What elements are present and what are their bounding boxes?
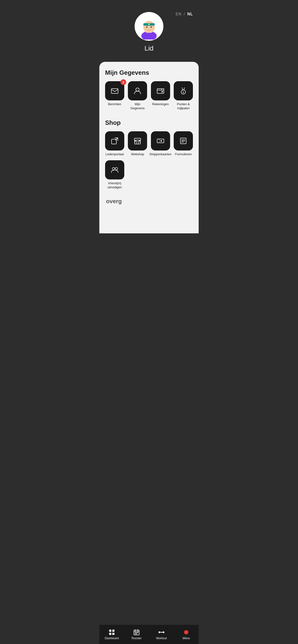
mijn-gegevens-label: Mijn Gegevens [128, 102, 147, 110]
avatar[interactable] [135, 12, 163, 41]
external-link-icon [110, 136, 119, 146]
formulieren-item[interactable]: Formulieren [174, 131, 193, 156]
berichten-badge: 2 [120, 79, 126, 85]
header: EN / NL Lid [99, 0, 199, 62]
svg-point-9 [136, 88, 139, 91]
punten-item[interactable]: 1 Punten & mijlpalen [174, 81, 193, 110]
person-icon [133, 86, 142, 95]
wallet-icon [156, 86, 165, 95]
strippenkaarten-icon-box [151, 131, 170, 150]
svg-rect-17 [136, 142, 138, 144]
medal-icon: 1 [179, 86, 188, 95]
rekeningen-item[interactable]: Rekeningen [151, 81, 170, 110]
formulieren-label: Formulieren [175, 152, 192, 156]
berichten-item[interactable]: 2 Berichten [105, 81, 124, 110]
lang-nl[interactable]: NL [187, 12, 193, 16]
ledenportaal-label: Ledenportaal [106, 152, 124, 156]
vriendin-label: Vriend(in) uitnodigen [105, 181, 124, 190]
mijn-gegevens-item[interactable]: Mijn Gegevens [128, 81, 147, 110]
punten-label: Punten & mijlpalen [174, 102, 193, 110]
main-content: Mijn Gegevens 2 Berichten Mijn Gegevens [99, 62, 199, 233]
shop-title: Shop [105, 119, 193, 126]
mijn-gegevens-grid: 2 Berichten Mijn Gegevens [105, 81, 193, 110]
rekeningen-icon-box [151, 81, 170, 100]
svg-rect-19 [139, 141, 140, 142]
language-switcher[interactable]: EN / NL [176, 12, 193, 16]
svg-point-2 [143, 21, 155, 33]
strippenkaarten-item[interactable]: Strippenkaarten [151, 131, 170, 156]
svg-rect-18 [135, 141, 136, 142]
lang-en[interactable]: EN [176, 12, 181, 16]
mail-icon [110, 86, 119, 95]
berichten-label: Berichten [108, 102, 121, 106]
svg-rect-20 [157, 139, 164, 143]
overflow-hint: overg [105, 198, 193, 204]
punten-icon-box: 1 [174, 81, 193, 100]
berichten-icon-box: 2 [105, 81, 124, 100]
store-icon [133, 136, 142, 146]
ticket-icon [156, 136, 165, 146]
lang-divider: / [184, 12, 185, 16]
invite-icon [110, 165, 119, 174]
ledenportaal-item[interactable]: Ledenportaal [105, 131, 124, 156]
svg-point-7 [151, 26, 152, 28]
rekeningen-label: Rekeningen [152, 102, 169, 106]
svg-point-28 [115, 168, 117, 170]
vriendin-item[interactable]: Vriend(in) uitnodigen [105, 160, 124, 190]
mijn-gegevens-title: Mijn Gegevens [105, 69, 193, 76]
list-icon [179, 136, 188, 146]
svg-rect-8 [111, 89, 118, 94]
vriendin-icon-box [105, 160, 124, 180]
formulieren-icon-box [174, 131, 193, 150]
webshop-icon-box [128, 131, 147, 150]
svg-point-6 [146, 26, 147, 28]
strippenkaarten-label: Strippenkaarten [150, 152, 172, 156]
webshop-item[interactable]: Webshop [128, 131, 147, 156]
svg-point-11 [162, 91, 163, 92]
svg-marker-22 [160, 140, 163, 142]
webshop-label: Webshop [131, 152, 144, 156]
ledenportaal-icon-box [105, 131, 124, 150]
svg-rect-10 [157, 89, 164, 94]
shop-grid: Ledenportaal Webshop [105, 131, 193, 190]
mijn-gegevens-icon-box [128, 81, 147, 100]
svg-text:1: 1 [183, 91, 184, 94]
svg-rect-5 [148, 24, 150, 25]
svg-point-27 [112, 168, 115, 170]
username: Lid [144, 44, 153, 52]
